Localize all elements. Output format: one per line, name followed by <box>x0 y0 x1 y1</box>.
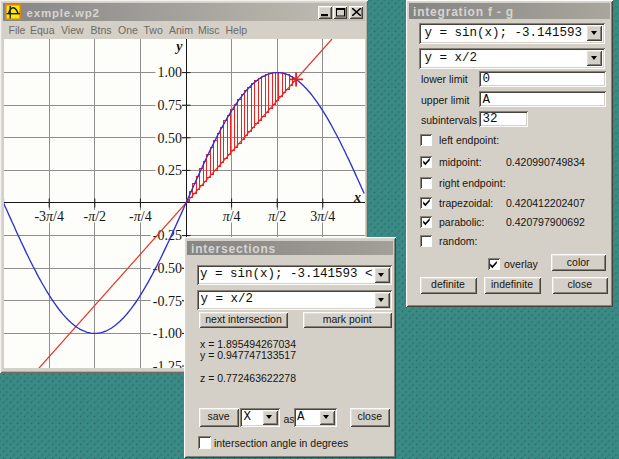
svg-text:y: y <box>174 39 183 54</box>
svg-text:-0.75: -0.75 <box>152 293 181 308</box>
svg-text:0.50: 0.50 <box>157 130 182 145</box>
svg-text:π/2: π/2 <box>268 209 286 224</box>
svg-text:-1.00: -1.00 <box>152 326 181 341</box>
svg-text:-1.25: -1.25 <box>152 358 181 367</box>
svg-text:π/4: π/4 <box>222 209 240 224</box>
svg-text:-3π/4: -3π/4 <box>34 209 64 224</box>
svg-text:0.75: 0.75 <box>157 98 182 113</box>
svg-text:0.25: 0.25 <box>157 163 182 178</box>
svg-text:-π/4: -π/4 <box>129 209 152 224</box>
svg-text:1.00: 1.00 <box>157 65 182 80</box>
svg-text:x: x <box>353 189 361 204</box>
svg-text:3π/4: 3π/4 <box>310 209 335 224</box>
svg-text:-0.50: -0.50 <box>152 261 181 276</box>
svg-text:-π/2: -π/2 <box>83 209 106 224</box>
